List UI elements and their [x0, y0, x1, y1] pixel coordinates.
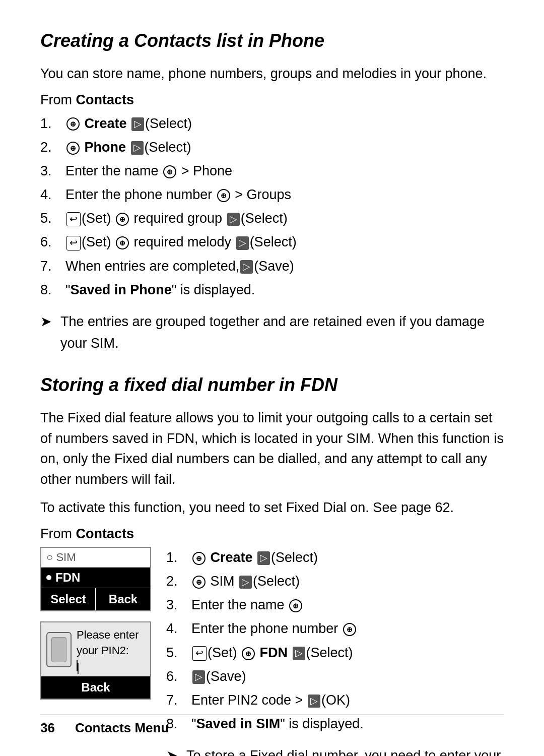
step-content: ↩(Set) ⊕ required melody ▷(Select) [65, 231, 504, 253]
nav-icon: ⊕ [289, 599, 302, 612]
save-icon: ▷ [240, 260, 253, 274]
step-content: Enter the phone number ⊕ [191, 618, 504, 640]
list-item: 2. ⊕ SIM ▷(Select) [166, 571, 504, 592]
list-item: 8. "Saved in Phone" is displayed. [40, 279, 504, 301]
phone-screen-fdn: ○ SIM FDN Select Back [40, 547, 151, 611]
phone-screen-pin: Please enter your PIN2: | Back [40, 621, 151, 700]
select-btn-label: Select [50, 592, 86, 606]
step-content: Enter PIN2 code > ▷(OK) [191, 689, 504, 711]
save-icon: ▷ [192, 670, 205, 684]
selection-dot [46, 575, 51, 580]
screen-fdn-label: FDN [55, 571, 80, 585]
back-button[interactable]: Back [95, 588, 150, 610]
pin-cursor: | [77, 660, 78, 671]
nav-icon: ⊕ [242, 647, 255, 660]
pin-label: Please enter your PIN2: [77, 628, 139, 657]
page-footer: 36 Contacts Menu [40, 715, 504, 736]
step-num: 1. [40, 113, 65, 135]
pin-text: Please enter your PIN2: | [77, 627, 145, 672]
screen-selected-row: FDN [41, 568, 150, 588]
list-item: 2. ⊕ Phone ▷(Select) [40, 137, 504, 158]
step-num: 2. [40, 137, 65, 158]
step-bold: Create [211, 550, 253, 565]
from-label: From [40, 526, 76, 541]
step-bold: Phone [85, 140, 126, 155]
step-content: ⊕ Create ▷(Select) [191, 547, 504, 569]
section1-from: From Contacts [40, 92, 504, 108]
list-item: 1. ⊕ Create ▷(Select) [166, 547, 504, 569]
footer-title: Contacts Menu [75, 720, 169, 736]
list-item: ➤ To store a Fixed dial number, you need… [166, 745, 504, 756]
select-icon: ▷ [236, 236, 249, 250]
section1-steps: 1. ⊕ Create ▷(Select) 2. ⊕ Phone ▷(Selec… [40, 113, 504, 301]
step-num: 1. [166, 547, 191, 569]
step-num: 6. [40, 231, 65, 253]
screens-wrapper: ○ SIM FDN Select Back [40, 547, 151, 700]
section2-notes: ➤ To store a Fixed dial number, you need… [166, 745, 504, 756]
saved-bold: Saved in Phone [71, 282, 172, 297]
page-number: 36 [40, 720, 55, 736]
from-bold: Contacts [76, 526, 134, 541]
list-item: 3. Enter the name ⊕ [166, 594, 504, 616]
step-content: ▷(Save) [191, 666, 504, 687]
step-num: 5. [166, 642, 191, 664]
section2-para2: To activate this function, you need to s… [40, 497, 504, 518]
note-arrow: ➤ [166, 745, 186, 756]
section1-notes: ➤ The entries are grouped together and a… [40, 311, 504, 354]
page-container: Creating a Contacts list in Phone You ca… [0, 0, 544, 756]
step-num: 8. [40, 279, 65, 301]
step-num: 3. [166, 594, 191, 616]
set-icon: ↩ [66, 236, 81, 250]
select-icon: ▷ [131, 141, 144, 155]
steps-list: 1. ⊕ Create ▷(Select) 2. ⊕ SIM ▷(Select) [166, 547, 504, 735]
nav-icon: ⊕ [116, 236, 129, 249]
note-text: To store a Fixed dial number, you need t… [186, 745, 504, 756]
list-item: 3. Enter the name ⊕ > Phone [40, 160, 504, 182]
list-item: 7. Enter PIN2 code > ▷(OK) [166, 689, 504, 711]
step-content: Enter the phone number ⊕ > Groups [65, 184, 504, 206]
nav-icon: ⊕ [66, 142, 80, 155]
section2: Storing a fixed dial number in FDN The F… [40, 374, 504, 756]
screen-sim-label: ○ SIM [46, 551, 76, 563]
step-content: ↩(Set) ⊕ FDN ▷(Select) [191, 642, 504, 664]
section2-from: From Contacts [40, 526, 504, 542]
section2-title: Storing a fixed dial number in FDN [40, 374, 504, 396]
pin-back-button[interactable]: Back [41, 676, 150, 699]
select-icon: ▷ [227, 213, 240, 226]
select-button[interactable]: Select [41, 588, 95, 610]
from-label: From [40, 92, 76, 107]
list-item: ➤ The entries are grouped together and a… [40, 311, 504, 354]
step-num: 3. [40, 160, 65, 182]
step-content: When entries are completed,▷(Save) [65, 256, 504, 277]
section1-intro: You can store name, phone numbers, group… [40, 64, 504, 84]
select-icon: ▷ [257, 551, 270, 565]
ok-icon: ▷ [308, 695, 320, 708]
list-item: 5. ↩(Set) ⊕ required group ▷(Select) [40, 208, 504, 229]
list-item: 1. ⊕ Create ▷(Select) [40, 113, 504, 135]
list-item: 6. ↩(Set) ⊕ required melody ▷(Select) [40, 231, 504, 253]
step-bold: Create [85, 116, 127, 131]
step-content: ↩(Set) ⊕ required group ▷(Select) [65, 208, 504, 229]
back-btn-label: Back [109, 592, 138, 606]
from-bold: Contacts [76, 92, 134, 107]
select-icon: ▷ [293, 647, 305, 660]
step-content: Enter the name ⊕ [191, 594, 504, 616]
step-num: 7. [40, 256, 65, 277]
list-item: 7. When entries are completed,▷(Save) [40, 256, 504, 277]
nav-icon: ⊕ [192, 552, 206, 565]
pin-back-label: Back [81, 680, 110, 694]
note-arrow: ➤ [40, 311, 60, 333]
nav-icon: ⊕ [217, 189, 230, 202]
step-num: 5. [40, 208, 65, 229]
step-content: ⊕ Create ▷(Select) [65, 113, 504, 135]
fdn-bold: FDN [260, 645, 288, 660]
step-num: 6. [166, 666, 191, 687]
step-num: 7. [166, 689, 191, 711]
section2-para1: The Fixed dial feature allows you to lim… [40, 408, 504, 489]
nav-icon: ⊕ [343, 623, 356, 636]
step-num: 4. [166, 618, 191, 640]
step-content: Enter the name ⊕ > Phone [65, 160, 504, 182]
screen-buttons: Select Back [41, 588, 150, 610]
step-num: 4. [40, 184, 65, 206]
nav-icon: ⊕ [116, 213, 129, 226]
